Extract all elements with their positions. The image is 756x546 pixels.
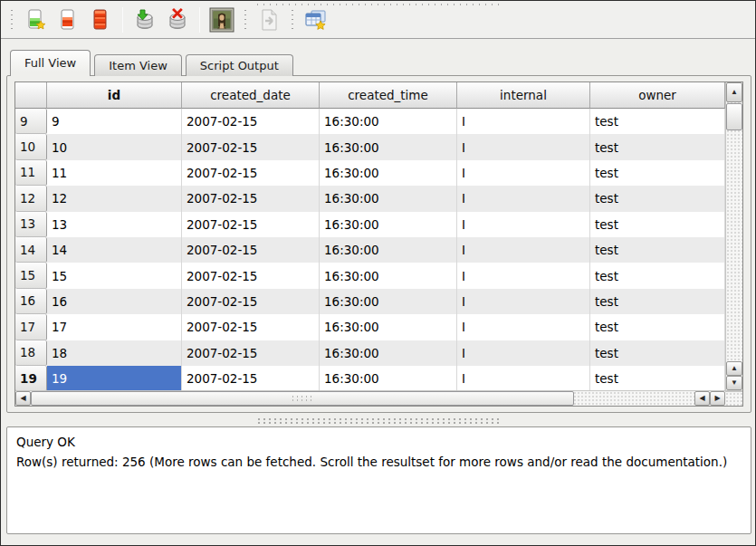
cell-created-date[interactable]: 2007-02-15 (182, 289, 320, 314)
header-internal[interactable]: internal (457, 82, 590, 109)
cell-created-date[interactable]: 2007-02-15 (182, 186, 320, 211)
cell-owner[interactable]: test (590, 340, 725, 366)
toolbar-grip[interactable] (243, 8, 248, 32)
cell-id[interactable]: 9 (47, 109, 182, 134)
cell-internal[interactable]: I (457, 314, 590, 340)
cell-owner[interactable]: test (590, 366, 725, 390)
cell-internal[interactable]: I (457, 160, 590, 186)
cell-owner[interactable]: test (590, 186, 725, 211)
scroll-up-button-bottom[interactable]: ▲ (726, 361, 742, 376)
cell-internal[interactable]: I (457, 237, 590, 263)
block-red-partial-button[interactable] (53, 5, 83, 34)
row-number-cell[interactable]: 9 (15, 109, 47, 134)
cell-created-time[interactable]: 16:30:00 (320, 366, 457, 390)
toolbar-grip[interactable] (290, 8, 295, 32)
cell-created-date[interactable]: 2007-02-15 (182, 134, 320, 159)
cell-created-date[interactable]: 2007-02-15 (182, 340, 320, 366)
cell-created-date[interactable]: 2007-02-15 (182, 263, 320, 288)
table-row: 19 19 2007-02-15 16:30:00 I test (15, 366, 725, 390)
cell-id[interactable]: 11 (47, 160, 182, 186)
tab-full-view[interactable]: Full View (10, 50, 91, 76)
cell-id[interactable]: 16 (47, 289, 182, 314)
scroll-down-button[interactable]: ▼ (726, 376, 742, 390)
cell-created-date[interactable]: 2007-02-15 (182, 160, 320, 186)
scroll-up-button[interactable]: ▲ (726, 82, 742, 102)
row-number-cell[interactable]: 18 (15, 340, 47, 366)
database-clear-button[interactable] (162, 5, 193, 34)
cell-created-date[interactable]: 2007-02-15 (182, 366, 320, 390)
tab-script-output[interactable]: Script Output (186, 54, 293, 76)
toolbar-grip[interactable] (9, 8, 14, 32)
header-created-date[interactable]: created_date (182, 82, 320, 109)
new-result-window-button[interactable] (301, 5, 331, 34)
cell-owner[interactable]: test (590, 212, 725, 237)
cell-id[interactable]: 13 (47, 212, 182, 237)
cell-id[interactable]: 12 (47, 186, 182, 211)
cell-internal[interactable]: I (457, 109, 590, 134)
cell-created-time[interactable]: 16:30:00 (320, 314, 457, 340)
row-number-cell[interactable]: 12 (15, 186, 47, 211)
cell-created-time[interactable]: 16:30:00 (320, 263, 457, 288)
cell-owner[interactable]: test (590, 160, 725, 186)
cell-created-time[interactable]: 16:30:00 (320, 237, 457, 263)
cell-internal[interactable]: I (457, 212, 590, 237)
horizontal-scrollbar-track[interactable] (574, 391, 694, 406)
row-number-cell[interactable]: 15 (15, 263, 47, 288)
cell-created-time[interactable]: 16:30:00 (320, 160, 457, 186)
cell-owner[interactable]: test (590, 263, 725, 288)
row-number-cell[interactable]: 10 (15, 134, 47, 159)
cell-created-date[interactable]: 2007-02-15 (182, 237, 320, 263)
horizontal-scrollbar[interactable]: ◀ ◀ ▶ (15, 391, 725, 406)
split-pane-divider[interactable] (1, 416, 755, 426)
cell-created-date[interactable]: 2007-02-15 (182, 314, 320, 340)
header-created-time[interactable]: created_time (320, 82, 457, 109)
cell-id[interactable]: 14 (47, 237, 182, 263)
cell-internal[interactable]: I (457, 134, 590, 159)
row-number-cell[interactable]: 13 (15, 212, 47, 237)
cell-internal[interactable]: I (457, 263, 590, 288)
cell-created-time[interactable]: 16:30:00 (320, 340, 457, 366)
scroll-right-button[interactable]: ▶ (710, 391, 725, 406)
scroll-left-button[interactable]: ◀ (15, 391, 31, 406)
cell-created-date[interactable]: 2007-02-15 (182, 212, 320, 237)
tab-bar: Full View Item View Script Output (10, 50, 297, 76)
cell-owner[interactable]: test (590, 134, 725, 159)
cell-created-time[interactable]: 16:30:00 (320, 134, 457, 159)
cell-created-time[interactable]: 16:30:00 (320, 212, 457, 237)
scroll-left-button-right[interactable]: ◀ (694, 391, 710, 406)
cell-id[interactable]: 19 (47, 366, 182, 390)
vertical-scrollbar[interactable]: ▲ ▲ ▼ (725, 82, 742, 390)
row-number-cell[interactable]: 14 (15, 237, 47, 263)
tab-item-view[interactable]: Item View (94, 54, 182, 76)
cell-created-date[interactable]: 2007-02-15 (182, 109, 320, 134)
cell-internal[interactable]: I (457, 186, 590, 211)
block-red-full-button[interactable] (85, 5, 116, 34)
vertical-scrollbar-track[interactable] (726, 130, 742, 361)
row-number-cell[interactable]: 16 (15, 289, 47, 314)
cell-id[interactable]: 18 (47, 340, 182, 366)
header-id[interactable]: id (47, 82, 182, 109)
vertical-scrollbar-thumb[interactable] (726, 103, 742, 130)
image-viewer-button[interactable] (206, 5, 237, 34)
header-row-number[interactable] (15, 82, 47, 109)
cell-owner[interactable]: test (590, 237, 725, 263)
cell-owner[interactable]: test (590, 289, 725, 314)
cell-internal[interactable]: I (457, 366, 590, 390)
cell-owner[interactable]: test (590, 314, 725, 340)
row-number-cell[interactable]: 11 (15, 160, 47, 186)
header-owner[interactable]: owner (590, 82, 725, 109)
cell-id[interactable]: 17 (47, 314, 182, 340)
cell-owner[interactable]: test (590, 109, 725, 134)
row-number-cell[interactable]: 17 (15, 314, 47, 340)
database-fetch-button[interactable] (129, 5, 160, 34)
cell-created-time[interactable]: 16:30:00 (320, 109, 457, 134)
cell-created-time[interactable]: 16:30:00 (320, 289, 457, 314)
block-green-new-button[interactable] (20, 5, 51, 34)
horizontal-scrollbar-thumb[interactable] (31, 391, 574, 406)
cell-internal[interactable]: I (457, 289, 590, 314)
cell-id[interactable]: 10 (47, 134, 182, 159)
cell-created-time[interactable]: 16:30:00 (320, 186, 457, 211)
cell-internal[interactable]: I (457, 340, 590, 366)
row-number-cell[interactable]: 19 (15, 366, 47, 390)
cell-id[interactable]: 15 (47, 263, 182, 288)
